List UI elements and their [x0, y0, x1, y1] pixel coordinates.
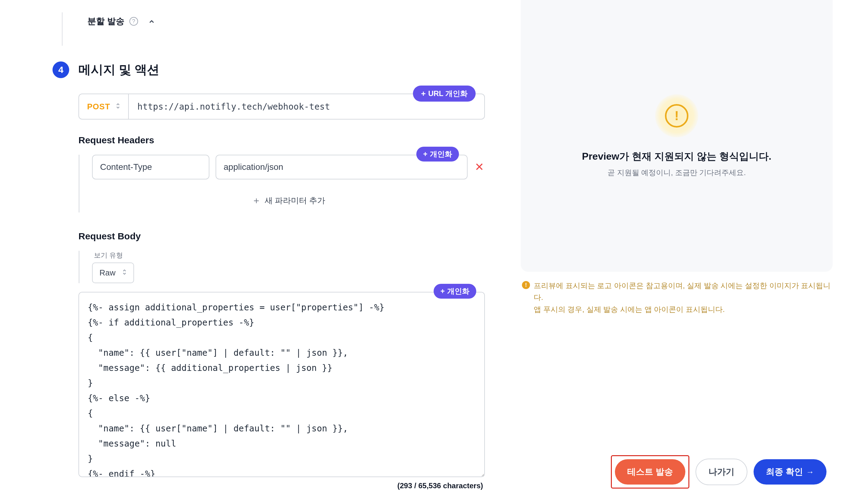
- http-method-select[interactable]: POST: [79, 94, 129, 119]
- body-personalize-button[interactable]: + 개인화: [434, 284, 476, 299]
- url-row: + URL 개인화 POST: [78, 94, 485, 120]
- info-icon: !: [522, 281, 530, 289]
- plus-icon: +: [423, 150, 428, 158]
- help-icon[interactable]: ?: [129, 17, 138, 25]
- select-arrows-icon: [122, 268, 127, 277]
- notice-line-1: 프리뷰에 표시되는 로고 아이콘은 참고용이며, 실제 발송 시에는 설정한 이…: [534, 280, 831, 304]
- header-personalize-button[interactable]: + 개인화: [416, 147, 459, 162]
- notice-line-2: 앱 푸시의 경우, 실제 발송 시에는 앱 아이콘이 표시됩니다.: [534, 304, 831, 315]
- request-body-title: Request Body: [78, 231, 485, 241]
- exit-button[interactable]: 나가기: [696, 458, 748, 485]
- preview-card: ! Preview가 현재 지원되지 않는 형식입니다. 곧 지원될 예정이니,…: [521, 0, 833, 272]
- header-row: + 개인화 ✕: [92, 155, 485, 179]
- step-badge: 4: [53, 61, 69, 78]
- headers-block: + 개인화 ✕ ＋ 새 파라미터 추가: [78, 155, 485, 213]
- view-type-value: Raw: [100, 268, 115, 277]
- split-send-toggle[interactable]: 분할 발송 ?: [87, 15, 485, 27]
- header-key-input[interactable]: [92, 155, 210, 179]
- test-send-label: 테스트 발송: [627, 466, 673, 478]
- delete-header-button[interactable]: ✕: [474, 161, 485, 174]
- section-title: 메시지 및 액션: [78, 61, 159, 78]
- view-type-label: 보기 유형: [92, 251, 485, 260]
- request-body-textarea[interactable]: [78, 292, 485, 477]
- final-confirm-button[interactable]: 최종 확인 →: [754, 459, 826, 485]
- header-personalize-label: 개인화: [430, 149, 452, 159]
- footer-actions: 테스트 발송 나가기 최종 확인 →: [611, 455, 826, 489]
- arrow-right-icon: →: [806, 467, 814, 477]
- select-arrows-icon: [116, 102, 120, 111]
- url-personalize-label: URL 개인화: [428, 89, 468, 98]
- add-parameter-button[interactable]: ＋ 새 파라미터 추가: [92, 189, 485, 213]
- preview-subtitle: 곧 지원될 예정이니, 조금만 기다려주세요.: [608, 168, 746, 178]
- section-4-header: 4 메시지 및 액션: [53, 61, 485, 78]
- char-count: (293 / 65,536 characters): [78, 482, 485, 490]
- preview-title: Preview가 현재 지원되지 않는 형식입니다.: [582, 150, 771, 163]
- request-headers-title: Request Headers: [78, 135, 485, 145]
- exit-label: 나가기: [708, 466, 734, 478]
- url-personalize-button[interactable]: + URL 개인화: [413, 86, 475, 102]
- add-parameter-label: 새 파라미터 추가: [265, 195, 325, 206]
- warning-glow: !: [655, 94, 698, 138]
- warning-icon: !: [665, 104, 688, 128]
- http-method-value: POST: [87, 102, 110, 111]
- plus-icon: +: [421, 90, 426, 97]
- preview-notice: ! 프리뷰에 표시되는 로고 아이콘은 참고용이며, 실제 발송 시에는 설정한…: [521, 280, 833, 315]
- test-send-button[interactable]: 테스트 발송: [615, 459, 685, 485]
- plus-icon: ＋: [252, 194, 261, 207]
- body-personalize-label: 개인화: [447, 286, 469, 296]
- chevron-up-icon[interactable]: [148, 18, 155, 25]
- split-send-section: 분할 발송 ?: [62, 12, 485, 46]
- split-send-label: 분할 발송: [87, 15, 124, 27]
- final-confirm-label: 최종 확인: [766, 466, 803, 478]
- test-send-highlight: 테스트 발송: [611, 455, 689, 489]
- view-type-select[interactable]: Raw: [92, 263, 134, 283]
- plus-icon: +: [441, 287, 445, 295]
